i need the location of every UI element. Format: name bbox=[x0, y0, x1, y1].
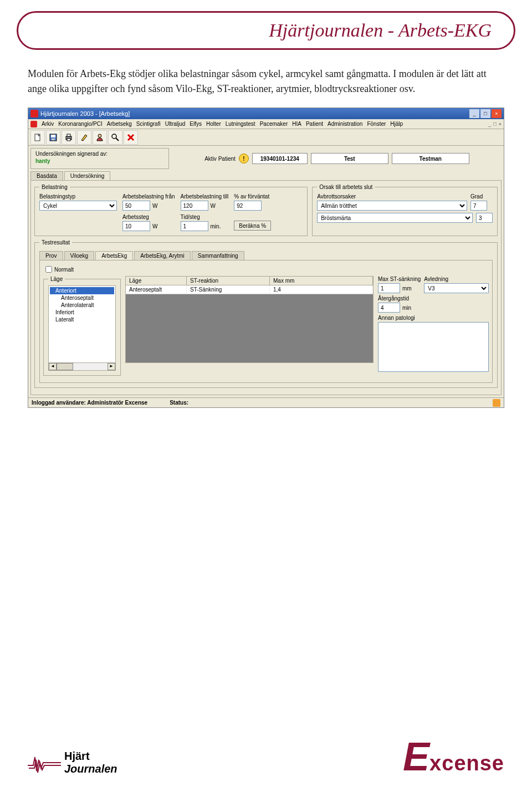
app-icon bbox=[30, 110, 38, 117]
right-column: Max ST-sänkning mm Avledning V3 Återgång… bbox=[378, 276, 489, 379]
minimize-button[interactable]: _ bbox=[469, 109, 479, 118]
menu-scintigrafi[interactable]: Scintigrafi bbox=[136, 121, 161, 127]
tab-arbetsekg[interactable]: ArbetsEkg bbox=[95, 251, 133, 260]
pct-label: % av förväntat bbox=[234, 193, 271, 200]
grad-input-2[interactable] bbox=[476, 213, 493, 223]
lage-group: Läge Anteriort Anteroseptalt Anterolater… bbox=[43, 276, 121, 376]
sign-button[interactable] bbox=[77, 130, 91, 145]
tab-basdata[interactable]: Basdata bbox=[30, 171, 63, 180]
annan-textarea[interactable] bbox=[378, 322, 489, 372]
delete-button[interactable] bbox=[124, 130, 138, 145]
tab-undersokning[interactable]: Undersökning bbox=[64, 171, 111, 180]
pct-input[interactable] bbox=[234, 201, 262, 211]
menu-ultraljud[interactable]: Ultraljud bbox=[165, 121, 186, 127]
find-patient-button[interactable] bbox=[93, 130, 107, 145]
normalt-check[interactable] bbox=[45, 266, 52, 273]
print-button[interactable] bbox=[62, 130, 76, 145]
atergang-input[interactable] bbox=[378, 303, 400, 313]
menu-elfys[interactable]: Elfys bbox=[190, 121, 202, 127]
menu-hia[interactable]: HIA bbox=[292, 121, 301, 127]
atergang-label: Återgångstid bbox=[378, 295, 489, 302]
close-button[interactable]: × bbox=[492, 109, 502, 118]
tree-inferiort[interactable]: Inferiort bbox=[50, 309, 114, 316]
grid-body[interactable]: Anteroseptalt ST-Sänkning 1,4 bbox=[125, 285, 374, 363]
tree-lateralt[interactable]: Lateralt bbox=[50, 316, 114, 323]
maxst-label: Max ST-sänkning bbox=[378, 276, 421, 282]
grid-header: Läge ST-reaktion Max mm bbox=[125, 276, 374, 285]
tab-viloekg[interactable]: Viloekg bbox=[64, 251, 95, 260]
scroll-thumb[interactable] bbox=[57, 363, 73, 370]
type-select[interactable]: Cykel bbox=[39, 201, 117, 211]
page-title: Hjärtjournalen - Arbets-EKG bbox=[269, 20, 492, 41]
menu-lutningstest[interactable]: Lutningstest bbox=[226, 121, 255, 127]
menu-koronarangio[interactable]: Koronarangio/PCI bbox=[58, 121, 103, 127]
to-input[interactable] bbox=[181, 201, 208, 211]
tree-anterolateralt[interactable]: Anterolateralt bbox=[50, 302, 114, 309]
scroll-left-icon[interactable]: ◄ bbox=[49, 363, 57, 370]
time-input[interactable] bbox=[181, 221, 208, 231]
active-patient-label: Aktiv Patient bbox=[204, 156, 236, 162]
hjartjournalen-logo: Hjärt Journalen bbox=[28, 750, 117, 775]
scroll-right-icon[interactable]: ► bbox=[108, 363, 115, 370]
excense-text: xcense bbox=[429, 752, 504, 775]
new-button[interactable] bbox=[30, 130, 45, 145]
step-input[interactable] bbox=[122, 221, 150, 231]
menu-bar: Arkiv Koronarangio/PCI Arbetsekg Scintig… bbox=[28, 119, 504, 129]
svg-rect-3 bbox=[52, 139, 55, 140]
patient-id[interactable]: 19340101-1234 bbox=[252, 153, 308, 164]
window-titlebar: Hjärtjournalen 2003 - [Arbetsekg] _ □ × bbox=[28, 108, 504, 119]
menu-fonster[interactable]: Fönster bbox=[367, 121, 386, 127]
svg-rect-5 bbox=[67, 134, 70, 136]
tab-sammanfattning[interactable]: Sammanfattning bbox=[192, 251, 244, 260]
mdi-minimize[interactable]: _ bbox=[488, 121, 491, 127]
maximize-button[interactable]: □ bbox=[480, 109, 490, 118]
col-maxmm[interactable]: Max mm bbox=[270, 277, 373, 285]
menu-hjalp[interactable]: Hjälp bbox=[390, 121, 403, 127]
result-tabs: Prov Viloekg ArbetsEkg ArbetsEkg, Arytmi… bbox=[39, 251, 493, 260]
mdi-close[interactable]: × bbox=[499, 121, 502, 127]
orsak-legend: Orsak till arbetets slut bbox=[317, 184, 375, 190]
grid-row[interactable]: Anteroseptalt ST-Sänkning 1,4 bbox=[126, 285, 373, 294]
ecg-icon bbox=[28, 752, 61, 774]
type-label: Belastningstyp bbox=[39, 193, 117, 200]
col-streaktion[interactable]: ST-reaktion bbox=[187, 277, 270, 285]
signature-box: Undersökningen signerad av: hanty bbox=[30, 148, 169, 169]
result-grid: Läge ST-reaktion Max mm Anteroseptalt ST… bbox=[125, 276, 374, 379]
tab-prov[interactable]: Prov bbox=[39, 251, 63, 260]
menu-arkiv[interactable]: Arkiv bbox=[42, 121, 54, 127]
window-title: Hjärtjournalen 2003 - [Arbetsekg] bbox=[40, 110, 130, 117]
menu-arbetsekg[interactable]: Arbetsekg bbox=[107, 121, 132, 127]
patient-firstname[interactable]: Testman bbox=[392, 153, 469, 164]
patient-lastname[interactable]: Test bbox=[311, 153, 388, 164]
menu-administration[interactable]: Administration bbox=[328, 121, 362, 127]
tree-anteroseptalt[interactable]: Anteroseptalt bbox=[50, 294, 114, 302]
belastning-legend: Belastning bbox=[39, 184, 70, 190]
menu-pacemaker[interactable]: Pacemaker bbox=[260, 121, 288, 127]
avledning-select[interactable]: V3 bbox=[424, 283, 489, 293]
avbrott-select-2[interactable]: Bröstsmärta bbox=[317, 213, 473, 223]
normalt-checkbox[interactable]: Normalt bbox=[45, 266, 489, 273]
to-label: Arbetsbelastning till bbox=[181, 193, 229, 200]
tree-anteriort[interactable]: Anteriort bbox=[50, 287, 114, 294]
menu-holter[interactable]: Holter bbox=[206, 121, 221, 127]
testresultat-legend: Testresultat bbox=[39, 239, 72, 246]
toolbar bbox=[28, 129, 504, 146]
menu-patient[interactable]: Patient bbox=[306, 121, 323, 127]
mdi-restore[interactable]: □ bbox=[493, 121, 496, 127]
maxst-input[interactable] bbox=[378, 283, 400, 293]
search-button[interactable] bbox=[108, 130, 122, 145]
grad-input-1[interactable] bbox=[470, 201, 487, 211]
calc-button[interactable]: Beräkna % bbox=[234, 221, 271, 231]
from-input[interactable] bbox=[122, 201, 150, 211]
tab-arytmi[interactable]: ArbetsEkg, Arytmi bbox=[134, 251, 190, 260]
tree-scrollbar[interactable]: ◄ ► bbox=[48, 363, 116, 371]
signed-label: Undersökningen signerad av: bbox=[35, 151, 164, 157]
cell-st: ST-Sänkning bbox=[187, 285, 270, 294]
save-button[interactable] bbox=[46, 130, 60, 145]
avbrott-select-1[interactable]: Allmän trötthet bbox=[317, 201, 467, 211]
content-area: Undersökningen signerad av: hanty Aktiv … bbox=[28, 146, 504, 397]
lage-tree[interactable]: Anteriort Anteroseptalt Anterolateralt I… bbox=[48, 285, 116, 363]
warning-icon[interactable]: ! bbox=[239, 154, 249, 163]
avledning-label: Avledning bbox=[424, 276, 489, 282]
col-lage[interactable]: Läge bbox=[126, 277, 187, 285]
